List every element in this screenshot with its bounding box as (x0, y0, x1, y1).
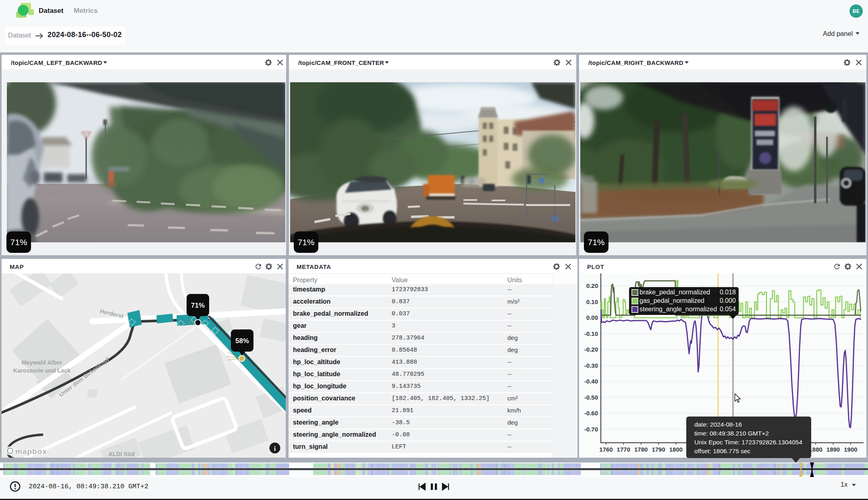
svg-text:-0.40: -0.40 (584, 378, 598, 385)
svg-text:1890: 1890 (826, 446, 840, 453)
svg-text:0.20: 0.20 (586, 282, 598, 289)
svg-text:Karosserie und Lack: Karosserie und Lack (13, 367, 71, 374)
svg-text:-0.10: -0.10 (584, 330, 598, 337)
svg-text:1790: 1790 (652, 446, 665, 453)
svg-text:-0.30: -0.30 (584, 362, 598, 369)
svg-text:71%: 71% (191, 302, 205, 309)
svg-text:0.00: 0.00 (586, 314, 598, 321)
svg-text:ALDI Süd: ALDI Süd (108, 451, 135, 457)
svg-text:1760: 1760 (599, 446, 613, 453)
svg-text:-0.20: -0.20 (584, 346, 598, 353)
svg-text:0.10: 0.10 (586, 298, 598, 305)
svg-text:1780: 1780 (634, 446, 648, 453)
svg-text:1770: 1770 (617, 446, 630, 453)
svg-text:58%: 58% (235, 337, 249, 345)
svg-text:1800: 1800 (669, 446, 683, 453)
svg-text:mapbox: mapbox (15, 447, 47, 456)
svg-text:i: i (274, 445, 276, 452)
svg-text:1900: 1900 (844, 446, 857, 453)
svg-text:-0.60: -0.60 (584, 410, 598, 417)
svg-text:-0.70: -0.70 (584, 426, 598, 433)
svg-text:Maywald Alber: Maywald Alber (22, 359, 62, 366)
svg-text:-0.50: -0.50 (584, 394, 598, 401)
